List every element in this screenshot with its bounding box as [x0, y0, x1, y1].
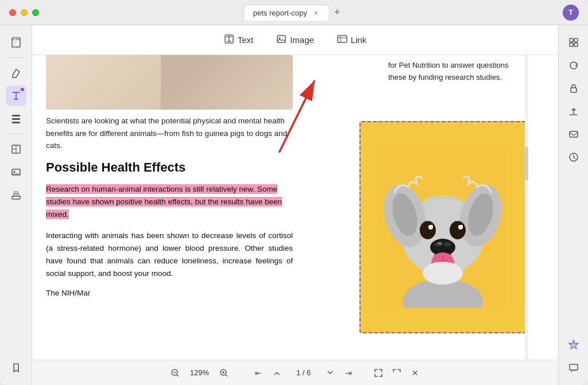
svg-line-48 — [226, 375, 227, 376]
eraser-icon[interactable] — [6, 63, 26, 83]
zoom-out-button[interactable] — [167, 365, 183, 381]
highlighted-text: Research on human-animal interactions is… — [46, 184, 282, 220]
bottom-toolbar: 129% ⇤ 1 / 6 — [32, 360, 558, 385]
zoom-in-button[interactable] — [216, 365, 232, 381]
svg-rect-0 — [12, 38, 20, 47]
new-tab-button[interactable]: + — [330, 6, 345, 18]
text-tool-label: Text — [238, 35, 254, 45]
svg-rect-5 — [12, 122, 20, 123]
svg-rect-11 — [12, 196, 20, 199]
svg-rect-17 — [338, 36, 347, 42]
svg-point-31 — [431, 225, 433, 227]
image-tool-button[interactable]: Image — [265, 29, 326, 51]
document-tab[interactable]: pets report-copy ✕ — [243, 5, 330, 21]
doc-content: for Pet Nutrition to answer questions th… — [32, 55, 558, 360]
maximize-button[interactable] — [32, 9, 39, 16]
svg-point-27 — [420, 221, 436, 239]
scroll-thumb[interactable] — [525, 146, 528, 181]
section-heading: Possible Health Effects — [46, 160, 293, 175]
traffic-lights — [9, 9, 39, 16]
list-icon[interactable] — [6, 108, 26, 129]
image-tool-icon — [276, 34, 287, 46]
svg-point-39 — [423, 262, 463, 285]
refresh-right-icon[interactable] — [563, 55, 584, 76]
highlighted-block: Research on human-animal interactions is… — [46, 183, 293, 221]
tab-title: pets report-copy — [253, 9, 307, 17]
dog-image — [361, 122, 525, 332]
divider-1 — [8, 57, 24, 58]
body-paragraph: Interacting with animals has been shown … — [46, 230, 293, 281]
svg-rect-50 — [574, 38, 578, 42]
svg-rect-49 — [570, 38, 573, 42]
prev-page-button[interactable] — [269, 365, 285, 381]
last-page-button[interactable]: ⇥ — [341, 365, 357, 381]
avatar[interactable]: T — [563, 5, 579, 21]
svg-point-10 — [13, 171, 15, 173]
svg-rect-51 — [570, 43, 573, 46]
active-indicator — [21, 88, 24, 91]
svg-rect-56 — [570, 364, 578, 370]
zoom-level-display: 129% — [185, 368, 214, 377]
divider-2 — [8, 134, 24, 134]
next-page-button[interactable] — [322, 365, 338, 381]
svg-rect-13 — [14, 192, 18, 194]
svg-rect-54 — [570, 131, 578, 137]
fit-width-button[interactable] — [389, 365, 405, 381]
svg-point-35 — [443, 242, 451, 247]
page-display: 1 / 6 — [292, 368, 315, 377]
sidebar-left — [0, 25, 32, 385]
svg-rect-52 — [574, 43, 578, 46]
image-tool-label: Image — [290, 35, 314, 45]
link-tool-icon — [337, 34, 347, 46]
doc-area: Text Image — [32, 25, 558, 385]
minimize-button[interactable] — [21, 9, 28, 16]
scan-icon[interactable] — [563, 32, 584, 53]
tab-close-button[interactable]: ✕ — [312, 9, 320, 17]
svg-point-28 — [450, 221, 466, 239]
dog-illustration — [380, 147, 506, 308]
svg-rect-4 — [12, 118, 20, 120]
page-inner: for Pet Nutrition to answer questions th… — [32, 55, 558, 360]
svg-point-36 — [438, 242, 442, 245]
intro-paragraph: Scientists are looking at what the poten… — [46, 115, 293, 152]
svg-rect-53 — [571, 88, 577, 92]
sidebar-right — [558, 25, 588, 385]
book-icon[interactable] — [6, 32, 26, 53]
sparkle-right-icon[interactable] — [563, 335, 584, 355]
stack-icon[interactable] — [6, 185, 26, 205]
titlebar: pets report-copy ✕ + T — [0, 0, 588, 25]
mail-icon[interactable] — [563, 124, 584, 145]
svg-rect-15 — [277, 36, 285, 42]
right-col-text: for Pet Nutrition to answer questions th… — [388, 61, 509, 81]
close-toolbar-button[interactable]: ✕ — [407, 365, 423, 381]
svg-rect-2 — [14, 38, 16, 47]
page-content: for Pet Nutrition to answer questions th… — [32, 55, 558, 360]
text-tool-button[interactable]: Text — [212, 29, 265, 51]
link-tool-button[interactable]: Link — [326, 29, 378, 51]
tab-area: pets report-copy ✕ + — [243, 5, 345, 21]
clock-right-icon[interactable] — [563, 147, 584, 168]
layout-icon[interactable] — [6, 139, 26, 160]
scroll-indicator[interactable] — [525, 55, 528, 360]
fit-page-button[interactable] — [370, 365, 386, 381]
text-tool-icon — [224, 34, 234, 46]
truncated-text: The NIH/Mar — [46, 289, 293, 297]
svg-point-32 — [461, 225, 463, 227]
bookmark-icon[interactable] — [6, 357, 26, 378]
dog-image-container — [359, 121, 526, 333]
comment-right-icon[interactable] — [563, 357, 584, 378]
first-page-button[interactable]: ⇤ — [250, 365, 266, 381]
text-icon[interactable] — [6, 85, 26, 106]
svg-line-44 — [177, 375, 179, 376]
svg-rect-3 — [12, 115, 20, 116]
image-left-icon[interactable] — [6, 162, 26, 182]
doc-toolbar: Text Image — [32, 25, 558, 55]
link-tool-label: Link — [351, 35, 367, 45]
app-window: pets report-copy ✕ + T — [0, 0, 588, 385]
lock-icon[interactable] — [563, 78, 584, 99]
main-area: Text Image — [0, 25, 588, 385]
close-button[interactable] — [9, 9, 16, 16]
upload-right-icon[interactable] — [563, 101, 584, 122]
